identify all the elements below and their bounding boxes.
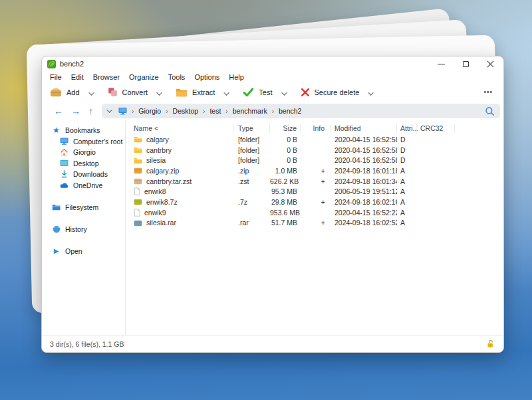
file-attributes: A [397,167,417,175]
sidebar-item-giorgio[interactable]: Giorgio [42,147,125,158]
file-attributes: A [397,187,417,195]
menu-edit[interactable]: Edit [66,73,88,81]
up-icon[interactable]: ↑ [84,106,97,116]
close-button[interactable] [487,60,494,68]
file-name: calgary [146,136,169,144]
play-icon: ▶ [52,248,61,254]
toolbar-secure-delete-button[interactable]: Secure delete [297,86,364,99]
table-row[interactable]: enwik9953.6 MB2020-04-15 16:52:22A [126,207,503,218]
file-size: 953.6 MB [270,209,301,217]
column-header-attributes[interactable]: Attri... [397,124,417,133]
breadcrumb-giorgio[interactable]: Giorgio [138,107,161,115]
toolbar-add-button[interactable]: Add [46,86,84,99]
toolbar-more-button[interactable]: ••• [483,88,503,96]
menu-bar: FileEditBrowserOrganizeToolsOptionsHelp [42,71,503,82]
download-icon [60,170,68,178]
status-summary: 3 dir(s), 6 file(s), 1.1 GB [50,340,124,348]
file-size: 0 B [270,156,301,164]
file-modified: 2024-09-18 16:02:52 [331,219,397,227]
toolbar: Add Convert Extract Test Secure delete •… [42,82,503,102]
forward-icon[interactable]: → [67,106,84,116]
test-icon [243,88,254,97]
file-name: cantrbry.tar.zst [146,177,192,185]
monitor-icon [60,138,68,145]
column-header-name[interactable]: Name < [126,124,234,133]
toolbar-secure-delete-dropdown[interactable] [363,84,380,101]
file-modified: 2024-09-18 16:01:18 [331,167,397,175]
file-size: 1.0 MB [270,167,301,175]
menu-tools[interactable]: Tools [164,73,190,81]
column-header-crc32[interactable]: CRC32 [417,124,455,133]
file-type: .zip [234,167,270,175]
back-icon[interactable]: ← [50,106,67,116]
sidebar-item-downloads[interactable]: Downloads [42,169,125,180]
toolbar-extract-button[interactable]: Extract [172,86,219,99]
computer-icon[interactable] [118,107,127,115]
column-header-filler [455,124,503,133]
history-icon [52,225,61,233]
sidebar-item-history[interactable]: History [42,224,125,235]
menu-help[interactable]: Help [224,73,249,81]
breadcrumb-bench2[interactable]: bench2 [279,107,301,115]
table-row[interactable]: silesia[folder]0 B2020-04-15 16:52:58D [126,155,503,165]
file-type: [folder] [234,136,270,144]
archive-icon [134,198,142,205]
maximize-button[interactable] [462,60,469,68]
file-attributes: D [397,136,417,144]
sidebar-item-desktop[interactable]: Desktop [42,158,125,169]
minimize-button[interactable] [438,60,445,68]
sidebar-item-open[interactable]: ▶Open [42,246,125,257]
breadcrumb-test[interactable]: test [209,107,221,115]
file-size: 0 B [270,146,301,154]
home-icon [60,148,68,156]
sidebar: ★Bookmarks Computer's root Giorgio Deskt… [42,120,126,335]
file-list: Name < Type Size Info Modified Attri... … [126,120,503,335]
title-bar: bench2 [42,56,503,71]
table-row[interactable]: enwik895.3 MB2006-05-19 19:51:12A [126,186,503,197]
table-row[interactable]: cantrbry[folder]0 B2020-04-15 16:52:58D [126,145,503,155]
column-header-modified[interactable]: Modified [331,124,397,133]
file-type: .7z [234,198,270,206]
toolbar-convert-dropdown[interactable] [152,84,169,101]
search-icon[interactable] [485,106,495,116]
table-row[interactable]: calgary[folder]0 B2020-04-15 16:52:58D [126,134,503,145]
file-attributes: D [397,156,417,164]
toolbar-convert-button[interactable]: Convert [104,85,152,99]
menu-file[interactable]: File [45,73,66,81]
menu-organize[interactable]: Organize [124,73,164,81]
toolbar-extract-dropdown[interactable] [219,84,236,101]
unlocked-padlock-icon[interactable] [487,340,494,348]
breadcrumb-benchmark[interactable]: benchmark [233,107,267,115]
folder-blue-icon [52,203,61,211]
column-header-info[interactable]: Info [301,124,331,133]
peazip-logo-icon [47,60,56,68]
toolbar-test-button[interactable]: Test [239,86,276,99]
sidebar-item-filesystem[interactable]: Filesystem [42,202,125,213]
menu-browser[interactable]: Browser [88,73,124,81]
column-header-type[interactable]: Type [234,124,270,133]
desktop-icon [60,159,68,167]
file-size: 29.8 MB [270,198,301,206]
file-name: cantrbry [146,146,172,154]
table-row[interactable]: silesia.rar.rar51.7 MB+2024-09-18 16:02:… [126,218,503,229]
content-area: ★Bookmarks Computer's root Giorgio Deskt… [42,120,503,335]
table-row[interactable]: cantrbry.tar.zst.zst626.2 KB+2024-09-18 … [126,176,503,187]
column-header-size[interactable]: Size [270,124,301,133]
toolbar-test-dropdown[interactable] [277,84,294,101]
file-modified: 2006-05-19 19:51:12 [331,187,397,195]
breadcrumb-desktop[interactable]: Desktop [173,107,199,115]
menu-options[interactable]: Options [190,73,224,81]
app-window: bench2 FileEditBrowserOrganizeToolsOptio… [41,56,504,353]
table-row[interactable]: calgary.zip.zip1.0 MB+2024-09-18 16:01:1… [126,165,503,176]
breadcrumb-separator: › [267,108,279,115]
sidebar-item-bookmarks[interactable]: ★Bookmarks [42,125,125,136]
table-row[interactable]: enwik8.7z.7z29.8 MB+2024-09-18 16:02:16A [126,197,503,207]
toolbar-add-dropdown[interactable] [84,84,101,101]
extract-icon [176,88,188,97]
breadcrumb[interactable]: ›Giorgio›Desktop›test›benchmark›bench2 [102,104,500,118]
archive-icon [134,219,142,227]
file-size: 0 B [270,136,301,144]
sidebar-item-onedrive[interactable]: OneDrive [42,180,125,191]
chevron-down-icon[interactable] [106,107,112,112]
sidebar-item-computer-s-root[interactable]: Computer's root [42,136,125,148]
